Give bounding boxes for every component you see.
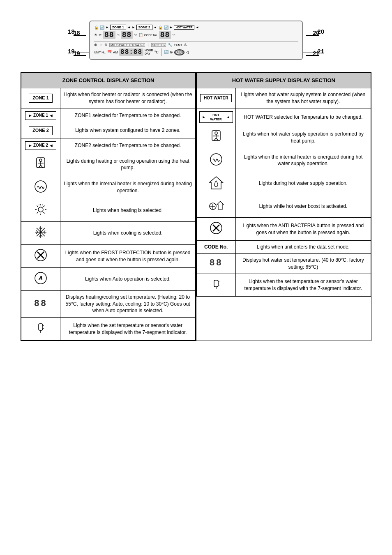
snowflake-icon-svg	[33, 225, 48, 240]
left-row-sun: Lights when heating is selected.	[21, 199, 196, 222]
right-desc-hw-btn: Lights when hot water supply system is c…	[235, 88, 371, 108]
right-icon-hw-boost	[196, 195, 235, 218]
diag-seg-time: 88:88	[119, 48, 143, 56]
left-desc-auto: Lights when Auto operation is selected.	[60, 267, 196, 290]
svg-line-4	[39, 165, 41, 168]
diag-seg-hw: 88	[159, 31, 171, 39]
left-row-heat-pump: Lights during heating or cooling operati…	[21, 153, 196, 176]
diag-days-label: MO TU WE TH FR SA SU	[109, 43, 145, 47]
svg-rect-35	[39, 324, 43, 330]
diag-icon-sched: 📅	[107, 50, 112, 54]
left-icon-snowflake	[21, 222, 60, 245]
diag-icon-wrench: 🔧	[168, 43, 172, 47]
diag-test-label: TEST	[174, 43, 182, 47]
zone2-tri-left: ►	[28, 143, 32, 149]
zone2-btn-display: ZONE 2	[29, 126, 53, 135]
diag-seg-zone1: 88	[103, 31, 115, 39]
left-desc-zone1-btn: Lights when floor heater or radiator is …	[60, 88, 196, 108]
diag-seg-zone2: 88	[121, 31, 133, 39]
zone2-tri-right: ◄	[49, 143, 53, 149]
right-icon-heat-pump-hw	[196, 126, 235, 149]
diag-vert-div	[148, 43, 148, 47]
right-icon-hw-arrows: ► HOT WATER ◄	[196, 108, 235, 126]
left-desc-internal-heater: Lights when the internal heater is energ…	[60, 176, 196, 199]
hw-boost-icon-svg	[208, 198, 224, 213]
left-icon-sun	[21, 199, 60, 222]
right-panel: HOT WATER SUPPLY DISPLAY SECTION HOT WAT…	[196, 73, 371, 341]
left-icon-frost	[21, 245, 60, 268]
right-desc-anti-bacteria: Lights when the ANTI BACTERIA button is …	[235, 218, 371, 241]
left-icon-temp-indicator	[21, 318, 60, 341]
hw-btn-display: HOT WATER	[200, 94, 232, 102]
right-row-hw-temp-indicator: Lights when the set temperature or senso…	[196, 274, 371, 297]
left-icon-zone2-btn: ZONE 2	[21, 123, 60, 138]
svg-text:A: A	[38, 274, 43, 281]
seg-display-right: 88	[210, 258, 223, 268]
left-panel: ZONE CONTROL DISPLAY SECTION ZONE 1 Ligh…	[21, 73, 196, 341]
diag-icon-circle1: 🔄	[100, 25, 104, 30]
diag-unit-no: UNIT No.	[94, 51, 106, 54]
left-desc-snowflake: Lights when cooling is selected.	[60, 222, 196, 245]
diag-hw-label: HOT WATER	[174, 25, 194, 30]
right-desc-heat-pump-hw: Lights when hot water supply operation i…	[235, 126, 371, 149]
frost-icon-svg	[33, 248, 48, 263]
left-icon-heat-pump	[21, 153, 60, 176]
right-row-code-no: CODE No. Lights when unit enters the dat…	[196, 241, 371, 254]
seg-display-left: 88	[34, 299, 47, 309]
left-desc-seg: Displays heating/cooling set temperature…	[60, 290, 196, 317]
diag-icon-arr1: 🔄	[164, 50, 168, 54]
svg-rect-55	[214, 280, 218, 287]
svg-line-15	[37, 212, 38, 213]
diag-icon-arrow: ↔	[99, 43, 103, 47]
diag-row1-left: 🔒 🔄 ► ZONE 1 ◄ ► ZONE 2 ◄ 🔒 🔄 ► HOT WATE…	[94, 25, 298, 30]
svg-marker-51	[217, 201, 224, 210]
right-desc-hw-supply: Lights during hot water supply operation…	[235, 172, 371, 195]
diag-code-no: CODE No.	[144, 34, 158, 37]
svg-line-44	[214, 138, 216, 140]
line-h-21	[303, 53, 318, 53]
diag-num-19: 19	[68, 48, 75, 55]
line-18	[74, 35, 86, 36]
diag-setting-label: SETTING	[151, 43, 166, 47]
left-desc-zone1-arrows: ZONE1 selected for Temperature to be cha…	[60, 108, 196, 123]
diag-num-21: 21	[317, 48, 324, 55]
left-row-seg: 88 Displays heating/cooling set temperat…	[21, 290, 196, 317]
diag-divider-h	[94, 41, 298, 41]
svg-point-46	[210, 154, 222, 165]
line-h-18	[74, 33, 89, 33]
zone2-arrows-display: ► ZONE 2 ◄	[25, 141, 56, 150]
diag-hour-day: HOURDAY	[145, 49, 153, 56]
diag-tri-left1: ◄	[127, 25, 131, 29]
zone1-arrows-display: ► ZONE 1 ◄	[25, 111, 56, 120]
left-desc-sun: Lights when heating is selected.	[60, 199, 196, 222]
svg-marker-47	[210, 177, 223, 189]
right-icon-hw-btn: HOT WATER	[196, 88, 235, 108]
diag-sun-icon2: ✳	[99, 33, 102, 37]
left-row-internal-heater: Lights when the internal heater is energ…	[21, 176, 196, 199]
diag-degc2: °c	[134, 33, 137, 37]
left-icon-zone2-arrows: ► ZONE 2 ◄	[21, 138, 60, 153]
hw-tri-left: ►	[202, 115, 206, 120]
internal-heater-icon-svg	[33, 179, 48, 194]
right-row-internal-heater-hw: Lights when the internal heater is energ…	[196, 149, 371, 172]
right-icon-internal-heater-hw	[196, 149, 235, 172]
right-desc-hw-temp-indicator: Lights when the set temperature or senso…	[235, 274, 371, 297]
diag-tri-left3: ◄	[196, 25, 199, 29]
left-icon-auto: A	[21, 267, 60, 290]
right-row-hw-arrows: ► HOT WATER ◄ HOT WATER selected for Tem…	[196, 108, 371, 126]
left-desc-temp-indicator: Lights when the set temperature or senso…	[60, 318, 196, 341]
svg-point-6	[35, 181, 46, 192]
svg-line-5	[41, 165, 43, 168]
left-icon-zone1-btn: ZONE 1	[21, 88, 60, 108]
left-row-snowflake: Lights when cooling is selected.	[21, 222, 196, 245]
diag-zone1-label: ZONE 1	[110, 25, 126, 30]
line-h-20	[303, 33, 318, 33]
right-icon-hw-seg: 88	[196, 253, 235, 274]
diag-icon-s: ◁	[186, 50, 189, 54]
line-21	[306, 55, 319, 56]
left-icon-internal-heater	[21, 176, 60, 199]
zone2-label: ZONE 2	[33, 143, 48, 148]
diag-sun-icon: ☀	[94, 33, 97, 37]
right-row-hw-boost: Lights while hot water boost is activate…	[196, 195, 371, 218]
svg-line-12	[37, 205, 38, 207]
